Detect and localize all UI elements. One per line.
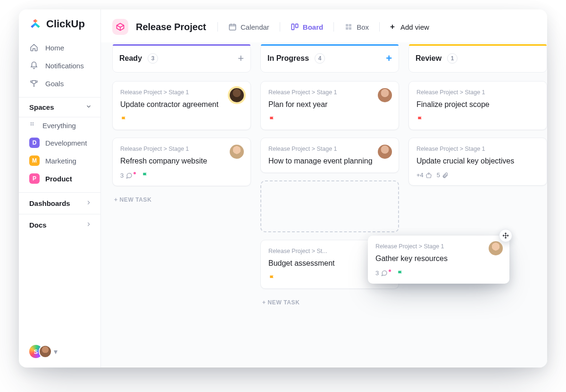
column-header[interactable]: In Progress 4 +: [260, 44, 399, 73]
topbar: Release Project Calendar Board Box + Add…: [101, 9, 547, 42]
nav-home[interactable]: Home: [19, 39, 100, 57]
move-handle-icon[interactable]: [499, 229, 512, 242]
chevron-down-icon: ▾: [54, 347, 58, 356]
nav-label: Goals: [45, 80, 64, 88]
grid-icon: [29, 121, 37, 130]
task-card[interactable]: Release Project > Stage 1 How to manage …: [260, 138, 399, 173]
add-card-button[interactable]: +: [386, 53, 392, 64]
space-development[interactable]: D Development: [19, 134, 100, 152]
space-badge: P: [29, 173, 40, 184]
card-title: Refresh company website: [120, 156, 243, 166]
column-title: Ready: [119, 54, 142, 63]
svg-rect-10: [349, 27, 351, 30]
view-label: Add view: [400, 23, 429, 31]
column-ready: Ready 3 + Release Project > Stage 1 Upda…: [112, 44, 251, 309]
card-title: Update crucial key objectives: [416, 156, 539, 166]
comment-count[interactable]: 3: [120, 172, 137, 179]
view-board[interactable]: Board: [287, 20, 327, 34]
tag-count[interactable]: +4: [416, 172, 432, 179]
sidebar-everything[interactable]: Everything: [19, 117, 100, 134]
task-card[interactable]: Release Project > Stage 1 Update crucial…: [408, 138, 547, 186]
main-area: Release Project Calendar Board Box + Add…: [101, 9, 547, 368]
clickup-logo-icon: [29, 18, 42, 30]
space-marketing[interactable]: M Marketing: [19, 152, 100, 170]
view-calendar[interactable]: Calendar: [225, 20, 273, 34]
flag-icon[interactable]: [416, 115, 424, 123]
attachment-count[interactable]: 5: [437, 172, 449, 179]
card-title: Finalize project scope: [416, 99, 539, 110]
view-box[interactable]: Box: [341, 20, 373, 34]
app-name: ClickUp: [46, 18, 85, 30]
new-task-button[interactable]: + NEW TASK: [260, 296, 399, 309]
breadcrumb: Release Project > Stage 1: [120, 146, 243, 152]
spaces-label: Spaces: [29, 103, 54, 111]
add-card-button[interactable]: +: [238, 53, 244, 64]
nav-goals[interactable]: Goals: [19, 74, 100, 92]
breadcrumb: Release Project > Stage 1: [416, 89, 539, 96]
flag-icon[interactable]: [120, 115, 128, 123]
space-label: Marketing: [45, 157, 76, 165]
task-card[interactable]: Release Project > Stage 1 Plan for next …: [260, 81, 399, 130]
svg-point-2: [31, 124, 32, 126]
breadcrumb: Release Project > Stage 1: [375, 243, 502, 250]
calendar-icon: [228, 23, 237, 31]
sidebar-dashboards[interactable]: Dashboards: [19, 192, 100, 214]
chevron-right-icon: [85, 199, 92, 207]
app-window: ClickUp Home Notifications Goals Spaces …: [19, 9, 547, 368]
svg-rect-9: [346, 27, 348, 30]
column-header[interactable]: Review 1: [408, 44, 547, 73]
comment-count[interactable]: 3: [375, 270, 392, 277]
column-count: 4: [315, 53, 325, 64]
task-card[interactable]: Release Project > Stage 1 Refresh compan…: [112, 138, 251, 187]
flag-icon[interactable]: [268, 115, 276, 123]
app-logo[interactable]: ClickUp: [19, 18, 100, 39]
breadcrumb: Release Project > Stage 1: [268, 146, 391, 152]
column-title: In Progress: [267, 54, 309, 63]
divider: [280, 22, 280, 32]
column-title: Review: [416, 54, 441, 63]
dragging-card[interactable]: Release Project > Stage 1 Gather key res…: [368, 236, 509, 284]
view-label: Board: [303, 23, 323, 31]
card-title: How to manage event planning: [268, 156, 391, 166]
task-card[interactable]: Release Project > Stage 1 Update contrac…: [112, 81, 251, 130]
assignee-avatar[interactable]: [489, 241, 503, 255]
assignee-avatar[interactable]: [378, 145, 392, 159]
user-switcher[interactable]: S ▾: [29, 345, 58, 358]
sidebar-docs[interactable]: Docs: [19, 214, 100, 236]
unread-dot-icon: [133, 172, 136, 174]
assignee-avatar[interactable]: [378, 88, 392, 102]
project-title: Release Project: [136, 22, 206, 33]
dashboards-label: Dashboards: [29, 199, 70, 207]
svg-rect-8: [349, 24, 351, 26]
card-title: Plan for next year: [268, 99, 391, 110]
svg-rect-4: [229, 24, 236, 30]
chevron-right-icon: [85, 221, 92, 229]
project-icon: [112, 19, 128, 35]
svg-point-1: [33, 122, 34, 124]
svg-point-0: [31, 122, 32, 124]
flag-icon[interactable]: [397, 270, 404, 277]
assignee-avatar[interactable]: [230, 145, 244, 159]
chevron-down-icon: [85, 103, 92, 111]
bell-icon: [29, 61, 39, 70]
svg-rect-5: [291, 24, 294, 30]
svg-rect-7: [346, 24, 348, 26]
breadcrumb: Release Project > Stage 1: [120, 89, 243, 96]
nav-notifications[interactable]: Notifications: [19, 57, 100, 74]
user-avatar: [39, 345, 52, 358]
drop-zone[interactable]: [260, 180, 399, 232]
new-task-button[interactable]: + NEW TASK: [112, 194, 251, 206]
flag-icon[interactable]: [142, 172, 149, 179]
plus-icon: +: [390, 22, 395, 32]
flag-icon[interactable]: [268, 274, 276, 282]
space-product[interactable]: P Product: [19, 170, 100, 188]
space-badge: D: [29, 138, 40, 148]
nav-label: Notifications: [45, 62, 84, 70]
add-view-button[interactable]: + Add view: [386, 19, 433, 34]
task-card[interactable]: Release Project > Stage 1 Finalize proje…: [408, 81, 547, 130]
space-badge: M: [29, 155, 40, 166]
spaces-header[interactable]: Spaces: [19, 97, 100, 117]
svg-point-11: [428, 174, 429, 174]
assignee-avatar[interactable]: [230, 88, 244, 102]
column-header[interactable]: Ready 3 +: [112, 44, 251, 73]
